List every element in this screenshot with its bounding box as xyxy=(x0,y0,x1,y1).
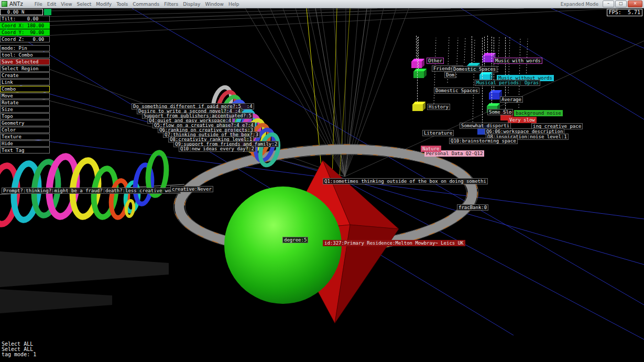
scene-label[interactable]: Musical periods: Opras xyxy=(475,80,540,86)
north-indicator-swatch xyxy=(44,9,51,15)
panel-item[interactable]: Create xyxy=(0,72,50,79)
panel-item[interactable]: Link xyxy=(0,79,50,85)
panel-item[interactable]: Rotate xyxy=(0,100,50,106)
window-title: ANTz xyxy=(9,1,23,7)
maximize-button[interactable]: □ xyxy=(615,1,627,7)
panel-item[interactable]: Tilt: 0.00 xyxy=(0,16,50,22)
panel-item[interactable]: Size xyxy=(0,106,50,113)
scene-label[interactable]: Domestic Spaces xyxy=(434,87,479,94)
minimize-button[interactable]: – xyxy=(603,1,614,7)
scene-label[interactable]: Very slow xyxy=(508,117,537,123)
menu-item[interactable]: Modify xyxy=(96,2,112,7)
menu-item[interactable]: Tools xyxy=(116,2,128,7)
scene-label[interactable]: Dom xyxy=(444,72,456,78)
scene-label[interactable]: Prompt?:thinking?:might be a fraud?:deat… xyxy=(2,188,181,194)
app-icon xyxy=(2,1,7,7)
panel-item[interactable]: Topo xyxy=(0,113,50,119)
antz-window: Do something different if paid more?:5 :… xyxy=(0,0,644,362)
menu-item[interactable]: Display xyxy=(183,2,200,7)
control-panel: 0.00 NTilt: 0.00Coord X: 180.00Coord Y: … xyxy=(0,9,50,153)
scene-label[interactable]: Average xyxy=(500,96,523,103)
scene-label[interactable]: Other xyxy=(427,58,444,64)
panel-item[interactable]: Texture xyxy=(0,134,50,140)
scene-label[interactable]: degree:5 xyxy=(282,237,308,243)
scene-label[interactable]: id:327:Primary Residence:Melton Mowbray~… xyxy=(323,240,465,246)
status-line: tag mode: 1 xyxy=(2,352,36,357)
panel-item[interactable]: Coord Z: 0.00 xyxy=(0,36,50,42)
scene-label[interactable]: Q1:sometimes thinking outside of the box… xyxy=(323,178,488,184)
panel-item[interactable]: Color xyxy=(0,127,50,133)
scene-label[interactable]: Domestic Spaces xyxy=(452,66,497,72)
scene-label[interactable]: Literature xyxy=(422,130,454,136)
menu-item[interactable]: View xyxy=(61,2,72,7)
scene-label[interactable]: Q10:brainstorming space xyxy=(449,138,518,144)
display-mode-label[interactable]: Expanded Mode xyxy=(561,2,598,7)
window-controls: – □ × xyxy=(603,1,642,7)
scene-label[interactable]: Q10:new ideas every day?:2 xyxy=(179,146,256,152)
panel-item[interactable]: 0.00 N xyxy=(0,9,43,15)
scene-label[interactable]: Nature xyxy=(421,146,441,152)
panel-item[interactable]: Geometry xyxy=(0,120,50,126)
fps-counter: FPS: 5.71 xyxy=(607,9,642,16)
close-button[interactable]: × xyxy=(628,1,642,7)
panel-item[interactable]: Coord X: 180.00 xyxy=(0,23,50,29)
menu-item[interactable]: Filters xyxy=(164,2,178,7)
panel-item[interactable]: mode: Pin xyxy=(0,45,50,51)
menu-item[interactable]: Window xyxy=(205,2,224,7)
title-bar: ANTz FileEditViewSelectModifyToolsComman… xyxy=(0,0,644,8)
panel-item[interactable]: Coord Y: 90.00 xyxy=(0,29,50,36)
scene-label[interactable]: creative:Never xyxy=(170,186,213,192)
menu-item[interactable]: Select xyxy=(77,2,92,7)
status-lines: Select ALLSelect ALLtag mode: 1 xyxy=(2,342,36,357)
menu-item[interactable]: Commands xyxy=(133,2,159,7)
scene-label[interactable]: Some Slo xyxy=(487,109,513,115)
menu-item[interactable]: Edit xyxy=(47,2,56,7)
menu-item[interactable]: File xyxy=(35,2,42,7)
panel-item[interactable]: Move xyxy=(0,93,50,99)
scene-label[interactable]: History xyxy=(427,104,450,110)
panel-item[interactable]: Select Region xyxy=(0,65,50,72)
menu-bar: FileEditViewSelectModifyToolsCommandsFil… xyxy=(35,2,239,7)
panel-item[interactable]: Save Selected xyxy=(0,59,50,65)
scene-label[interactable]: background noise xyxy=(514,110,563,116)
panel-item[interactable]: Text Tag xyxy=(0,147,50,153)
panel-item[interactable]: Hide xyxy=(0,140,50,147)
scene-label[interactable]: Music with words xyxy=(494,58,542,64)
panel-item[interactable]: Combo xyxy=(0,86,50,92)
menu-item[interactable]: Help xyxy=(228,2,239,7)
label-layer: Do something different if paid more?:5 :… xyxy=(0,0,644,362)
scene-label[interactable]: fracBank:0 xyxy=(457,204,488,211)
panel-item[interactable]: tool: Combo xyxy=(0,52,50,58)
